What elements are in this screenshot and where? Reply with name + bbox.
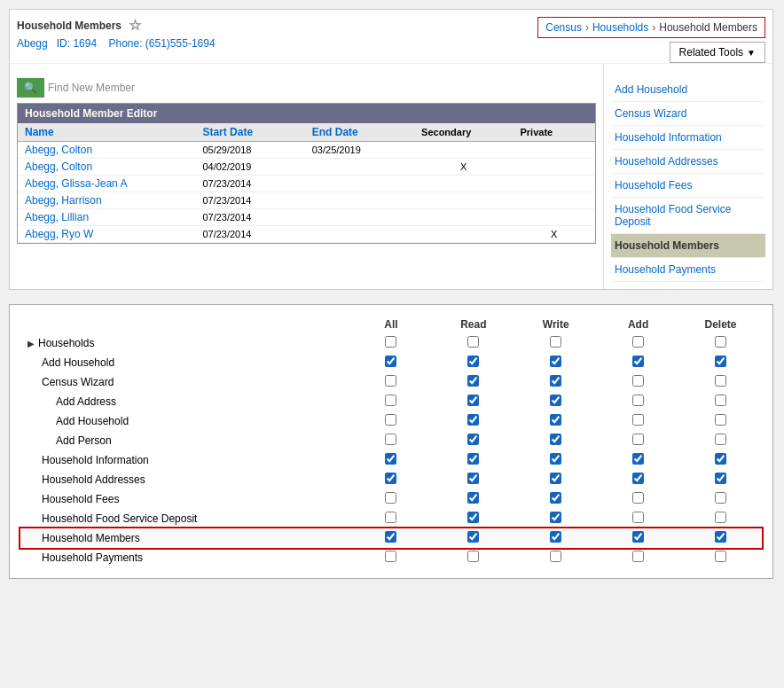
all-checkbox[interactable] bbox=[385, 336, 396, 348]
all-checkbox[interactable] bbox=[385, 512, 396, 523]
add-checkbox[interactable] bbox=[632, 434, 644, 445]
member-editor: Household Member Editor Name Start Date … bbox=[17, 103, 596, 244]
read-checkbox[interactable] bbox=[467, 492, 479, 504]
start-date: 04/02/2019 bbox=[195, 159, 304, 176]
all-checkbox[interactable] bbox=[385, 453, 396, 465]
col-header-add: Add bbox=[597, 316, 679, 333]
secondary-mark bbox=[414, 192, 513, 209]
id-label: ID: bbox=[57, 37, 70, 50]
member-name-link[interactable]: Abegg, Ryo W bbox=[25, 228, 93, 240]
all-checkbox[interactable] bbox=[385, 356, 396, 367]
table-row: Abegg, Colton 04/02/2019 X bbox=[18, 159, 595, 176]
read-checkbox[interactable] bbox=[467, 414, 479, 426]
write-checkbox[interactable] bbox=[550, 473, 561, 484]
write-checkbox[interactable] bbox=[550, 375, 561, 387]
add-checkbox[interactable] bbox=[632, 473, 644, 484]
read-checkbox[interactable] bbox=[467, 512, 479, 523]
add-checkbox[interactable] bbox=[632, 414, 644, 426]
add-checkbox[interactable] bbox=[632, 492, 644, 504]
write-checkbox[interactable] bbox=[550, 531, 561, 543]
read-checkbox[interactable] bbox=[467, 473, 479, 484]
sidebar-item-household-food-service-deposit[interactable]: Household Food Service Deposit bbox=[611, 198, 765, 234]
all-checkbox[interactable] bbox=[385, 551, 396, 562]
all-checkbox[interactable] bbox=[385, 473, 396, 484]
delete-checkbox[interactable] bbox=[715, 551, 726, 562]
write-checkbox[interactable] bbox=[550, 512, 561, 523]
perm-label: Household Addresses bbox=[20, 470, 350, 489]
read-checkbox[interactable] bbox=[467, 551, 479, 562]
write-checkbox[interactable] bbox=[550, 395, 561, 406]
delete-checkbox[interactable] bbox=[715, 492, 726, 504]
delete-checkbox[interactable] bbox=[715, 356, 726, 367]
delete-checkbox[interactable] bbox=[715, 531, 726, 543]
start-date: 07/23/2014 bbox=[195, 209, 304, 226]
delete-checkbox[interactable] bbox=[715, 512, 726, 523]
member-name-link[interactable]: Abegg, Lillian bbox=[25, 211, 89, 223]
sidebar-item-household-information[interactable]: Household Information bbox=[611, 126, 765, 150]
write-checkbox[interactable] bbox=[550, 453, 561, 465]
favorite-star-icon[interactable]: ☆ bbox=[129, 17, 141, 34]
read-checkbox[interactable] bbox=[467, 434, 479, 445]
perm-row: Household Food Service Deposit bbox=[20, 509, 762, 528]
add-checkbox[interactable] bbox=[632, 551, 644, 562]
perm-row: Census Wizard bbox=[20, 372, 762, 392]
read-checkbox[interactable] bbox=[467, 336, 479, 348]
read-checkbox[interactable] bbox=[467, 395, 479, 406]
all-checkbox[interactable] bbox=[385, 492, 396, 504]
sidebar-item-household-payments[interactable]: Household Payments bbox=[611, 258, 765, 282]
member-name-link[interactable]: Abegg, Colton bbox=[25, 160, 92, 173]
read-checkbox[interactable] bbox=[467, 356, 479, 367]
add-checkbox[interactable] bbox=[632, 512, 644, 523]
perm-label: Household Fees bbox=[20, 489, 350, 509]
add-checkbox[interactable] bbox=[632, 375, 644, 387]
add-checkbox[interactable] bbox=[632, 453, 644, 465]
perm-row: Household Fees bbox=[20, 489, 762, 509]
expand-triangle-icon[interactable]: ▶ bbox=[27, 339, 35, 348]
add-checkbox[interactable] bbox=[632, 395, 644, 406]
delete-checkbox[interactable] bbox=[715, 434, 726, 445]
delete-checkbox[interactable] bbox=[715, 336, 726, 348]
write-checkbox[interactable] bbox=[550, 551, 561, 562]
delete-checkbox[interactable] bbox=[715, 375, 726, 387]
member-name-link[interactable]: Abegg, Harrison bbox=[25, 194, 102, 207]
end-date bbox=[305, 226, 414, 243]
member-name-link[interactable]: Abegg, Glissa-Jean A bbox=[25, 177, 127, 190]
sidebar-item-household-addresses[interactable]: Household Addresses bbox=[611, 150, 765, 174]
write-checkbox[interactable] bbox=[550, 336, 561, 348]
write-checkbox[interactable] bbox=[550, 492, 561, 504]
read-checkbox[interactable] bbox=[467, 531, 479, 543]
all-checkbox[interactable] bbox=[385, 531, 396, 543]
col-header-end: End Date bbox=[305, 123, 414, 142]
write-checkbox[interactable] bbox=[550, 356, 561, 367]
all-checkbox[interactable] bbox=[385, 395, 396, 406]
table-row: Abegg, Lillian 07/23/2014 bbox=[18, 209, 595, 226]
sidebar-item-household-fees[interactable]: Household Fees bbox=[611, 174, 765, 198]
all-checkbox[interactable] bbox=[385, 375, 396, 387]
all-checkbox[interactable] bbox=[385, 414, 396, 426]
private-mark: X bbox=[513, 226, 595, 243]
delete-checkbox[interactable] bbox=[715, 473, 726, 484]
all-checkbox[interactable] bbox=[385, 434, 396, 445]
add-checkbox[interactable] bbox=[632, 531, 644, 543]
read-checkbox[interactable] bbox=[467, 375, 479, 387]
add-checkbox[interactable] bbox=[632, 356, 644, 367]
delete-checkbox[interactable] bbox=[715, 395, 726, 406]
breadcrumb-census[interactable]: Census bbox=[545, 21, 582, 34]
related-tools-button[interactable]: Related Tools ▼ bbox=[670, 42, 765, 63]
search-button[interactable]: 🔍 bbox=[17, 78, 44, 98]
secondary-mark: X bbox=[414, 159, 513, 176]
write-checkbox[interactable] bbox=[550, 414, 561, 426]
read-checkbox[interactable] bbox=[467, 453, 479, 465]
delete-checkbox[interactable] bbox=[715, 414, 726, 426]
sidebar-item-census-wizard[interactable]: Census Wizard bbox=[611, 102, 765, 126]
add-checkbox[interactable] bbox=[632, 336, 644, 348]
delete-checkbox[interactable] bbox=[715, 453, 726, 465]
write-checkbox[interactable] bbox=[550, 434, 561, 445]
member-name-link[interactable]: Abegg, Colton bbox=[25, 144, 92, 156]
sidebar-menu: Add HouseholdCensus WizardHousehold Info… bbox=[611, 78, 765, 282]
breadcrumb-households[interactable]: Households bbox=[592, 21, 648, 34]
sidebar-item-add-household[interactable]: Add Household bbox=[611, 78, 765, 102]
table-row: Abegg, Ryo W 07/23/2014 X bbox=[18, 226, 595, 243]
sidebar-item-household-members[interactable]: Household Members bbox=[611, 234, 765, 258]
perm-row: Add Household bbox=[20, 411, 762, 431]
